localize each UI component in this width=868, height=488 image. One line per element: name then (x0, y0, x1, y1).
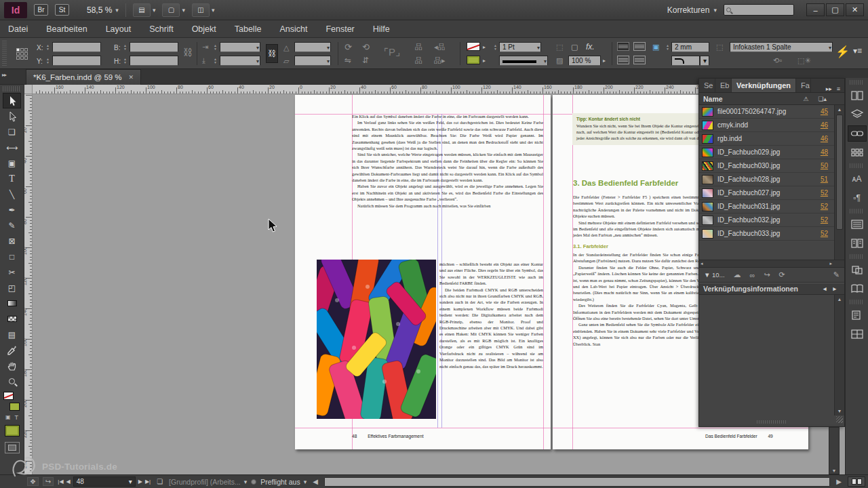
separations-panel-icon[interactable] (848, 326, 867, 342)
stroke-weight-field[interactable]: 1 Pt▾ (499, 42, 541, 52)
layers-panel-icon[interactable] (848, 106, 867, 123)
text-wrap-panel-icon[interactable] (848, 216, 867, 232)
links-horizontal-scrollbar[interactable]: ◂ ▸ (699, 260, 844, 268)
select-content-icon[interactable]: ◂品 (434, 42, 446, 52)
content-collector-tool[interactable]: ▣ (3, 155, 21, 171)
effects-button[interactable]: fx. (586, 42, 595, 52)
view-mode-button[interactable] (5, 442, 20, 453)
rotate-ccw-icon[interactable]: ⟲ (362, 42, 370, 52)
dock-grip[interactable] (850, 209, 864, 214)
constrain-proportions-icon[interactable]: ⛓ (183, 47, 193, 58)
tab-seiten[interactable]: Se (699, 79, 715, 92)
next-link-icon[interactable]: ▸ (833, 285, 836, 292)
link-page-number[interactable]: 46 (821, 121, 828, 129)
page-left[interactable]: Ein Klick auf das Symbol daneben ändert … (295, 95, 551, 449)
relink-icon[interactable]: ↪ (764, 270, 770, 279)
link-row[interactable]: ID_Fachbuch032.jpg 52 (699, 214, 844, 227)
menu-bearbeiten[interactable]: Bearbeiten (46, 24, 87, 34)
tab-farbfelder[interactable]: Fa (796, 79, 811, 92)
arrange-documents-button[interactable]: ◫ ▾ (192, 3, 215, 17)
scissors-tool[interactable]: ✂ (3, 264, 21, 280)
corner-shape-field[interactable] (671, 56, 700, 66)
formatting-affects-text-icon[interactable]: T (15, 414, 19, 421)
fill-color-menu[interactable]: ▸ (483, 58, 486, 64)
x-stepper[interactable]: ▲▼ (45, 42, 51, 52)
wrap-object-shape-button[interactable] (617, 56, 629, 64)
name-column-label[interactable]: Name (703, 95, 723, 103)
dock-grip[interactable] (850, 80, 864, 85)
line-tool[interactable]: ╲ (3, 186, 21, 202)
horizontal-ruler[interactable]: 1601401201008060402002040608010012014016… (24, 85, 698, 94)
next-page-button[interactable]: ▶ (138, 479, 142, 485)
close-button[interactable]: ✕ (846, 3, 864, 16)
scale-x-field[interactable]: ▾ (220, 42, 260, 52)
width-field[interactable] (130, 42, 178, 52)
cc-libraries-icon[interactable]: ☁ (734, 270, 741, 279)
link-page-number[interactable]: 45 (821, 108, 828, 115)
link-page-number[interactable]: 52 (821, 203, 828, 210)
stroke-weight-stepper[interactable]: ▲▼ (492, 42, 498, 52)
gap-tool[interactable]: ⟷ (3, 140, 21, 155)
scroll-up-icon[interactable]: ▲ (835, 295, 844, 304)
menu-ansicht[interactable]: Ansicht (279, 24, 307, 34)
break-link-style-icon[interactable]: ⬚✳ (797, 56, 811, 65)
clothespins-image[interactable] (317, 260, 436, 419)
frame-tool[interactable]: ⊠ (3, 233, 21, 249)
drop-shadow-icon[interactable]: ▢ (571, 43, 578, 52)
stroke-color-menu[interactable]: ▸ (483, 44, 486, 50)
opacity-field[interactable]: 100 % (568, 56, 601, 66)
last-page-button[interactable]: ▶| (145, 479, 151, 485)
scale-x-stepper[interactable]: ▲▼ (212, 42, 218, 52)
x-field[interactable] (52, 42, 101, 52)
type-tool[interactable]: T (3, 171, 21, 186)
link-row[interactable]: rgb.indd 46 (699, 132, 844, 146)
panel-menu-icon[interactable]: ▾≡ (853, 46, 862, 56)
flip-horizontal-icon[interactable]: ⇋ (344, 56, 351, 65)
ruler-origin-corner[interactable] (24, 85, 33, 94)
eyedropper-tool[interactable] (3, 342, 21, 358)
stock-button[interactable]: St (55, 4, 69, 16)
link-page-number[interactable]: 48 (821, 148, 828, 156)
link-row[interactable]: ID_Fachbuch030.jpg 50 (699, 159, 844, 173)
link-row[interactable]: ID_Fachbuch028.jpg 51 (699, 173, 844, 186)
maximize-button[interactable]: ▢ (826, 3, 844, 16)
pen-tool[interactable]: ✒ (3, 202, 21, 218)
swatches-panel-icon[interactable] (848, 144, 867, 161)
wrap-bounding-box-button[interactable] (633, 42, 646, 51)
rectangle-tool[interactable]: □ (3, 249, 21, 264)
direct-selection-tool[interactable] (3, 108, 21, 124)
story-panel-icon[interactable] (848, 235, 867, 251)
fit-spread-button[interactable] (848, 476, 865, 487)
document-tab[interactable]: *K6_Farben.indd @ 59 % ✕ (26, 69, 141, 85)
collapse-info-icon[interactable]: ▼ (704, 271, 710, 279)
expand-panels-icon[interactable]: ▸▸ (826, 85, 832, 92)
corner-radius-stepper[interactable]: ▲▼ (665, 42, 671, 52)
menu-hilfe[interactable]: Hilfe (373, 24, 390, 34)
menu-tabelle[interactable]: Tabelle (235, 24, 262, 34)
reference-point-proxy[interactable] (16, 48, 28, 60)
wrap-jump-button[interactable] (633, 56, 646, 64)
prev-link-icon[interactable]: ◂ (823, 285, 827, 292)
stroke-color-swatch[interactable] (467, 42, 480, 51)
wrap-none-button[interactable] (617, 42, 629, 51)
update-link-icon[interactable]: ⟳ (779, 270, 785, 279)
quick-apply-icon[interactable]: ⚡ (835, 45, 850, 59)
object-style-field[interactable]: Infokasten 1 Spalte▾ (730, 42, 833, 52)
collapse-tools-icon[interactable]: ▸▸ (2, 72, 6, 78)
scroll-right-button[interactable]: ▶ (834, 478, 844, 485)
menu-layout[interactable]: Layout (106, 24, 132, 34)
character-styles-panel-icon[interactable]: ᴀA (848, 171, 867, 187)
link-row[interactable]: ID_Fachbuch029.jpg 48 (699, 146, 844, 159)
corner-shape-menu[interactable]: ▾ (700, 56, 709, 66)
fill-stroke-swatches[interactable] (3, 392, 21, 412)
document-vertical-scrollbar[interactable]: ▼ (829, 427, 840, 474)
free-transform-tool[interactable]: ◰ (3, 280, 21, 296)
menu-schrift[interactable]: Schrift (149, 24, 173, 34)
link-page-number[interactable]: 52 (821, 230, 828, 237)
rotate-cw-icon[interactable]: ⟳ (344, 42, 352, 52)
link-page-number[interactable]: 46 (821, 135, 828, 142)
link-page-number[interactable]: 52 (821, 216, 828, 224)
link-row[interactable]: ID_Fachbuch027.jpg 52 (699, 186, 844, 200)
search-input[interactable] (724, 4, 794, 16)
clear-overrides-icon[interactable]: ⟲▫ (773, 56, 782, 65)
